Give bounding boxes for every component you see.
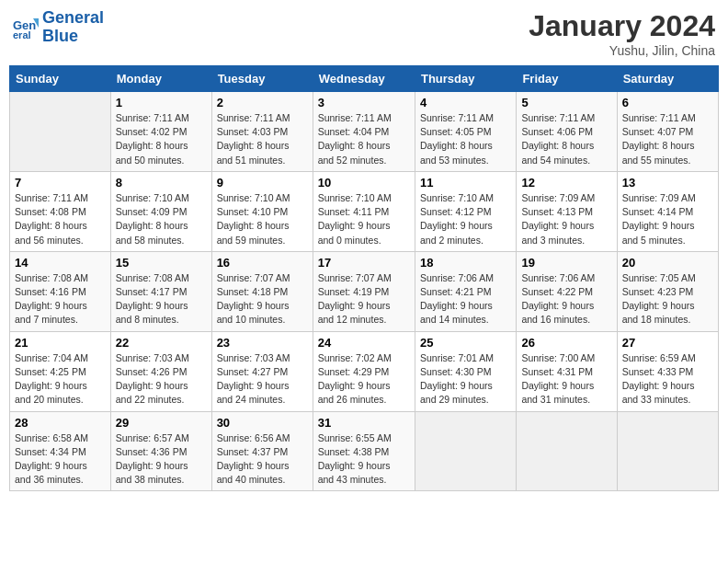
day-number: 2 [217,96,308,109]
day-info: Sunrise: 7:11 AM Sunset: 4:05 PM Dayligh… [420,111,511,167]
calendar-cell: 27Sunrise: 6:59 AM Sunset: 4:33 PM Dayli… [617,331,718,411]
day-number: 12 [521,176,611,190]
week-row-4: 28Sunrise: 6:58 AM Sunset: 4:34 PM Dayli… [10,411,719,491]
calendar-cell: 28Sunrise: 6:58 AM Sunset: 4:34 PM Dayli… [10,411,111,491]
day-number: 22 [116,336,207,350]
day-info: Sunrise: 7:11 AM Sunset: 4:03 PM Dayligh… [217,111,308,167]
calendar-cell: 3Sunrise: 7:11 AM Sunset: 4:04 PM Daylig… [313,92,415,172]
day-number: 20 [622,256,713,270]
day-number: 21 [15,336,106,350]
calendar-cell: 14Sunrise: 7:08 AM Sunset: 4:16 PM Dayli… [10,251,111,331]
day-number: 30 [217,416,308,430]
day-info: Sunrise: 7:10 AM Sunset: 4:11 PM Dayligh… [318,191,410,247]
day-number: 5 [521,96,611,109]
calendar-cell: 26Sunrise: 7:00 AM Sunset: 4:31 PM Dayli… [517,331,617,411]
day-info: Sunrise: 7:00 AM Sunset: 4:31 PM Dayligh… [521,351,611,408]
day-info: Sunrise: 7:11 AM Sunset: 4:07 PM Dayligh… [622,111,713,167]
day-info: Sunrise: 6:58 AM Sunset: 4:34 PM Dayligh… [15,431,106,488]
calendar-cell: 22Sunrise: 7:03 AM Sunset: 4:26 PM Dayli… [110,331,211,411]
calendar-cell: 8Sunrise: 7:10 AM Sunset: 4:09 PM Daylig… [110,171,211,251]
day-info: Sunrise: 7:02 AM Sunset: 4:29 PM Dayligh… [318,351,410,408]
day-info: Sunrise: 6:59 AM Sunset: 4:33 PM Dayligh… [622,351,713,408]
day-number: 10 [318,176,410,190]
day-info: Sunrise: 7:08 AM Sunset: 4:16 PM Dayligh… [15,271,106,327]
day-info: Sunrise: 7:10 AM Sunset: 4:12 PM Dayligh… [420,191,511,247]
header-thursday: Thursday [415,66,516,92]
day-number: 1 [116,96,207,109]
calendar-cell: 9Sunrise: 7:10 AM Sunset: 4:10 PM Daylig… [211,171,313,251]
calendar-cell: 11Sunrise: 7:10 AM Sunset: 4:12 PM Dayli… [415,171,516,251]
day-number: 3 [318,96,410,109]
calendar-cell: 16Sunrise: 7:07 AM Sunset: 4:18 PM Dayli… [211,251,313,331]
day-info: Sunrise: 7:09 AM Sunset: 4:13 PM Dayligh… [521,191,611,247]
day-info: Sunrise: 7:06 AM Sunset: 4:21 PM Dayligh… [420,271,511,327]
header-row: SundayMondayTuesdayWednesdayThursdayFrid… [10,66,719,92]
page-header: Gen eral General Blue January 2024 Yushu… [9,9,719,58]
calendar-cell: 31Sunrise: 6:55 AM Sunset: 4:38 PM Dayli… [313,411,415,491]
calendar-cell: 17Sunrise: 7:07 AM Sunset: 4:19 PM Dayli… [313,251,415,331]
calendar-cell [10,92,111,172]
day-number: 27 [622,336,713,350]
calendar-cell: 7Sunrise: 7:11 AM Sunset: 4:08 PM Daylig… [10,171,111,251]
calendar-cell: 29Sunrise: 6:57 AM Sunset: 4:36 PM Dayli… [110,411,211,491]
day-info: Sunrise: 7:10 AM Sunset: 4:10 PM Dayligh… [217,191,308,247]
calendar-cell: 24Sunrise: 7:02 AM Sunset: 4:29 PM Dayli… [313,331,415,411]
calendar-cell [617,411,718,491]
day-number: 18 [420,256,511,270]
day-number: 14 [15,256,106,270]
header-wednesday: Wednesday [313,66,415,92]
day-info: Sunrise: 7:09 AM Sunset: 4:14 PM Dayligh… [622,191,713,247]
calendar-cell: 1Sunrise: 7:11 AM Sunset: 4:02 PM Daylig… [110,92,211,172]
calendar-cell: 4Sunrise: 7:11 AM Sunset: 4:05 PM Daylig… [415,92,516,172]
day-number: 8 [116,176,207,190]
day-info: Sunrise: 7:10 AM Sunset: 4:09 PM Dayligh… [116,191,207,247]
week-row-2: 14Sunrise: 7:08 AM Sunset: 4:16 PM Dayli… [10,251,719,331]
calendar-cell: 12Sunrise: 7:09 AM Sunset: 4:13 PM Dayli… [517,171,617,251]
day-number: 26 [521,336,611,350]
day-info: Sunrise: 7:11 AM Sunset: 4:02 PM Dayligh… [116,111,207,167]
calendar-cell: 18Sunrise: 7:06 AM Sunset: 4:21 PM Dayli… [415,251,516,331]
day-number: 23 [217,336,308,350]
header-saturday: Saturday [617,66,718,92]
calendar-cell [415,411,516,491]
header-monday: Monday [110,66,211,92]
calendar-cell [517,411,617,491]
calendar-cell: 25Sunrise: 7:01 AM Sunset: 4:30 PM Dayli… [415,331,516,411]
logo-text: General Blue [42,9,104,46]
calendar-cell: 5Sunrise: 7:11 AM Sunset: 4:06 PM Daylig… [517,92,617,172]
day-number: 31 [318,416,410,430]
header-sunday: Sunday [10,66,111,92]
title-block: January 2024 Yushu, Jilin, China [529,9,715,58]
location-subtitle: Yushu, Jilin, China [529,43,715,58]
calendar-cell: 20Sunrise: 7:05 AM Sunset: 4:23 PM Dayli… [617,251,718,331]
day-number: 19 [521,256,611,270]
day-info: Sunrise: 7:08 AM Sunset: 4:17 PM Dayligh… [116,271,207,327]
logo: Gen eral General Blue [13,9,104,46]
day-number: 17 [318,256,410,270]
day-info: Sunrise: 6:57 AM Sunset: 4:36 PM Dayligh… [116,431,207,488]
day-number: 28 [15,416,106,430]
calendar-cell: 19Sunrise: 7:06 AM Sunset: 4:22 PM Dayli… [517,251,617,331]
day-info: Sunrise: 7:07 AM Sunset: 4:19 PM Dayligh… [318,271,410,327]
logo-icon: Gen eral [13,15,39,40]
calendar-cell: 21Sunrise: 7:04 AM Sunset: 4:25 PM Dayli… [10,331,111,411]
day-number: 29 [116,416,207,430]
day-number: 7 [15,176,106,190]
day-number: 11 [420,176,511,190]
day-number: 16 [217,256,308,270]
week-row-0: 1Sunrise: 7:11 AM Sunset: 4:02 PM Daylig… [10,92,719,172]
svg-text:eral: eral [13,29,31,40]
day-number: 13 [622,176,713,190]
calendar-cell: 23Sunrise: 7:03 AM Sunset: 4:27 PM Dayli… [211,331,313,411]
day-info: Sunrise: 7:11 AM Sunset: 4:04 PM Dayligh… [318,111,410,167]
calendar-cell: 15Sunrise: 7:08 AM Sunset: 4:17 PM Dayli… [110,251,211,331]
day-info: Sunrise: 7:01 AM Sunset: 4:30 PM Dayligh… [420,351,511,408]
calendar-cell: 10Sunrise: 7:10 AM Sunset: 4:11 PM Dayli… [313,171,415,251]
day-info: Sunrise: 7:11 AM Sunset: 4:08 PM Dayligh… [15,191,106,247]
logo-blue: Blue [42,27,78,45]
week-row-3: 21Sunrise: 7:04 AM Sunset: 4:25 PM Dayli… [10,331,719,411]
day-info: Sunrise: 7:06 AM Sunset: 4:22 PM Dayligh… [521,271,611,327]
month-title: January 2024 [529,9,715,43]
calendar-cell: 6Sunrise: 7:11 AM Sunset: 4:07 PM Daylig… [617,92,718,172]
calendar-cell: 13Sunrise: 7:09 AM Sunset: 4:14 PM Dayli… [617,171,718,251]
